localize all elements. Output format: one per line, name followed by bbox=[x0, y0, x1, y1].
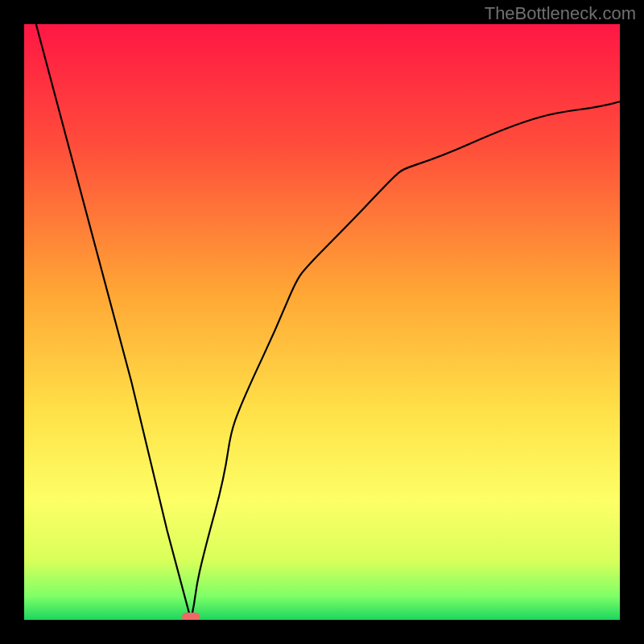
chart-frame: TheBottleneck.com bbox=[0, 0, 644, 644]
bottleneck-chart bbox=[24, 24, 620, 620]
watermark-text: TheBottleneck.com bbox=[485, 3, 636, 24]
gradient-background bbox=[24, 24, 620, 620]
plot-area bbox=[24, 24, 620, 620]
optimal-point-marker bbox=[182, 613, 200, 620]
